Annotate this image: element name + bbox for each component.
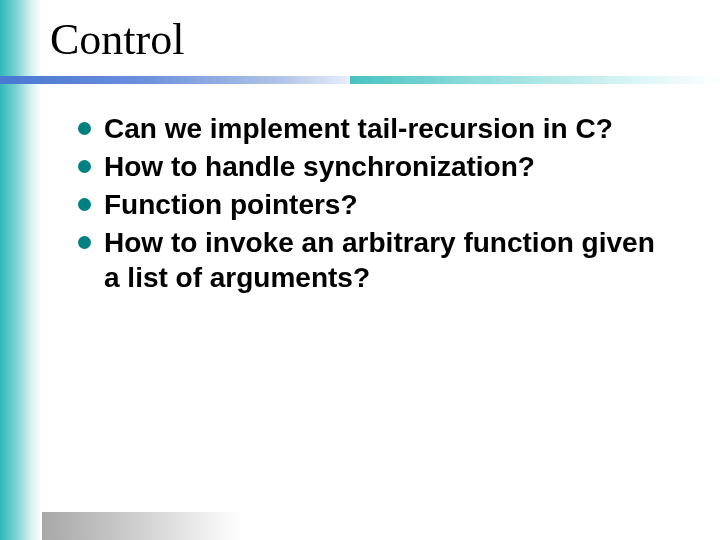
bullet-text: How to handle synchronization? bbox=[104, 151, 535, 182]
bullet-text: How to invoke an arbitrary function give… bbox=[104, 227, 655, 292]
bullet-item: Function pointers? bbox=[78, 188, 678, 222]
underline-blue-segment bbox=[0, 76, 350, 84]
bullet-dot-icon bbox=[78, 236, 91, 249]
slide-body: Can we implement tail-recursion in C? Ho… bbox=[78, 112, 678, 299]
slide-title: Control bbox=[50, 14, 184, 65]
bullet-dot-icon bbox=[78, 160, 91, 173]
bullet-item: Can we implement tail-recursion in C? bbox=[78, 112, 678, 146]
bullet-text: Function pointers? bbox=[104, 189, 358, 220]
bullet-dot-icon bbox=[78, 122, 91, 135]
underline-teal-segment bbox=[350, 76, 720, 84]
bullet-dot-icon bbox=[78, 198, 91, 211]
bullet-text: Can we implement tail-recursion in C? bbox=[104, 113, 613, 144]
bullet-item: How to handle synchronization? bbox=[78, 150, 678, 184]
footer-shadow-block bbox=[42, 512, 242, 540]
slide: Control Can we implement tail-recursion … bbox=[0, 0, 720, 540]
title-underline bbox=[0, 76, 720, 84]
bullet-item: How to invoke an arbitrary function give… bbox=[78, 226, 678, 294]
